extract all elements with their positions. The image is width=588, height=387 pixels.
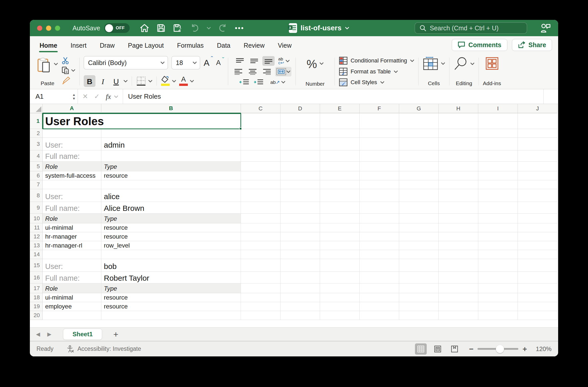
- cell-g17[interactable]: [399, 283, 439, 293]
- cell-h12[interactable]: [439, 232, 478, 241]
- font-size-select[interactable]: 18: [172, 56, 200, 69]
- cell-j20[interactable]: [518, 311, 557, 320]
- cell-f19[interactable]: [360, 302, 399, 311]
- cell-d9[interactable]: [280, 202, 320, 214]
- cell-a7[interactable]: [43, 180, 101, 189]
- cell-b14[interactable]: [101, 250, 241, 259]
- cell-c16[interactable]: [241, 272, 280, 283]
- add-sheet-button[interactable]: +: [113, 329, 118, 339]
- cell-i11[interactable]: [478, 223, 518, 232]
- cell-f3[interactable]: [360, 138, 399, 150]
- cell-g12[interactable]: [399, 232, 439, 241]
- cell-d10[interactable]: [280, 214, 320, 223]
- column-header-d[interactable]: D: [280, 104, 320, 113]
- cell-h5[interactable]: [439, 162, 478, 171]
- cell-f2[interactable]: [360, 129, 399, 138]
- cell-e20[interactable]: [320, 311, 360, 320]
- tab-draw[interactable]: Draw: [99, 38, 115, 52]
- cell-d7[interactable]: [280, 180, 320, 189]
- title-chevron-icon[interactable]: [345, 27, 349, 29]
- cell-j3[interactable]: [518, 138, 557, 150]
- cell-e17[interactable]: [320, 283, 360, 293]
- zoom-slider[interactable]: [477, 348, 518, 350]
- insert-function-icon[interactable]: fx: [106, 93, 111, 101]
- row-header-18[interactable]: 18: [30, 293, 43, 302]
- cell-i5[interactable]: [478, 162, 518, 171]
- cell-f18[interactable]: [360, 293, 399, 302]
- cell-j17[interactable]: [518, 283, 557, 293]
- cell-f14[interactable]: [360, 250, 399, 259]
- cell-d2[interactable]: [280, 129, 320, 138]
- autosave-toggle[interactable]: OFF: [104, 23, 130, 33]
- cell-e10[interactable]: [320, 214, 360, 223]
- cell-f1[interactable]: [360, 113, 399, 129]
- prev-sheet-icon[interactable]: ◀: [36, 331, 40, 337]
- borders-button[interactable]: [136, 76, 152, 86]
- column-header-j[interactable]: J: [518, 104, 557, 113]
- cell-styles-button[interactable]: Cell Styles: [339, 78, 414, 86]
- cell-g5[interactable]: [399, 162, 439, 171]
- cell-h8[interactable]: [439, 189, 478, 202]
- cell-d1[interactable]: [280, 113, 320, 129]
- cell-e12[interactable]: [320, 232, 360, 241]
- next-sheet-icon[interactable]: ▶: [47, 331, 51, 337]
- cell-f12[interactable]: [360, 232, 399, 241]
- cell-j5[interactable]: [518, 162, 557, 171]
- cell-h17[interactable]: [439, 283, 478, 293]
- decrease-indent-button[interactable]: [238, 77, 250, 87]
- cell-h19[interactable]: [439, 302, 478, 311]
- column-header-i[interactable]: I: [478, 104, 518, 113]
- cell-h14[interactable]: [439, 250, 478, 259]
- row-header-2[interactable]: 2: [30, 129, 43, 138]
- cell-i12[interactable]: [478, 232, 518, 241]
- align-right-button[interactable]: [261, 67, 273, 76]
- cell-b20[interactable]: [101, 311, 241, 320]
- row-header-10[interactable]: 10: [30, 214, 43, 223]
- cell-i15[interactable]: [478, 259, 518, 272]
- cell-i9[interactable]: [478, 202, 518, 214]
- cell-h10[interactable]: [439, 214, 478, 223]
- sheet-tab-sheet1[interactable]: Sheet1: [63, 329, 102, 340]
- cell-g9[interactable]: [399, 202, 439, 214]
- tab-insert[interactable]: Insert: [70, 38, 87, 52]
- spinner-down-icon[interactable]: ▼: [72, 97, 76, 100]
- cell-i3[interactable]: [478, 138, 518, 150]
- cell-a4[interactable]: Full name:: [43, 150, 101, 162]
- cell-c20[interactable]: [241, 311, 280, 320]
- cell-i1[interactable]: [478, 113, 518, 129]
- cell-a18[interactable]: ui-minimal: [43, 293, 101, 302]
- cell-b6[interactable]: resource: [101, 171, 241, 180]
- cell-f16[interactable]: [360, 272, 399, 283]
- cell-e5[interactable]: [320, 162, 360, 171]
- cell-j2[interactable]: [518, 129, 557, 138]
- cell-e16[interactable]: [320, 272, 360, 283]
- normal-view-button[interactable]: [415, 343, 427, 355]
- addins-button[interactable]: Add-ins: [483, 56, 501, 87]
- close-window-button[interactable]: [37, 25, 42, 31]
- cell-h9[interactable]: [439, 202, 478, 214]
- cell-c2[interactable]: [241, 129, 280, 138]
- cell-b17[interactable]: Type: [101, 283, 241, 293]
- cell-g16[interactable]: [399, 272, 439, 283]
- cell-h18[interactable]: [439, 293, 478, 302]
- cell-h2[interactable]: [439, 129, 478, 138]
- tab-view[interactable]: View: [277, 38, 292, 52]
- row-header-9[interactable]: 9: [30, 202, 43, 214]
- cell-i10[interactable]: [478, 214, 518, 223]
- cell-c3[interactable]: [241, 138, 280, 150]
- cell-a5[interactable]: Role: [43, 162, 101, 171]
- cell-f15[interactable]: [360, 259, 399, 272]
- fill-color-button[interactable]: [161, 76, 176, 86]
- cell-h6[interactable]: [439, 171, 478, 180]
- cell-h11[interactable]: [439, 223, 478, 232]
- cell-b2[interactable]: [101, 129, 241, 138]
- cell-d6[interactable]: [280, 171, 320, 180]
- row-header-8[interactable]: 8: [30, 189, 43, 202]
- cell-i14[interactable]: [478, 250, 518, 259]
- wrap-text-button[interactable]: ab c↩: [278, 57, 290, 65]
- fx-chevron-icon[interactable]: [114, 95, 118, 98]
- cell-f11[interactable]: [360, 223, 399, 232]
- cell-g4[interactable]: [399, 150, 439, 162]
- cell-a20[interactable]: [43, 311, 101, 320]
- cell-a14[interactable]: [43, 250, 101, 259]
